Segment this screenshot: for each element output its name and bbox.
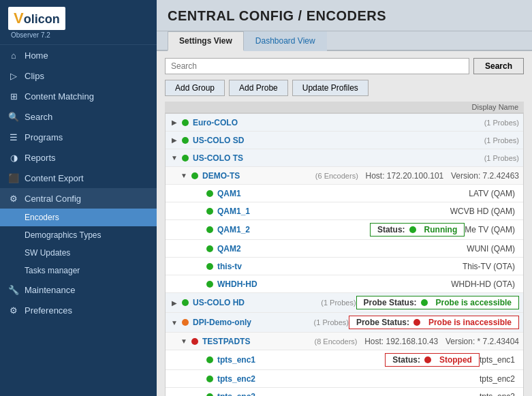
sidebar: Volicon Observer 7.2 ⌂ Home ▷ Clips ⊞ Co… <box>0 0 157 396</box>
expand-us-colo-hd[interactable]: ▶ <box>170 298 179 307</box>
subgroup-testpadts-count: (8 Encoders) <box>315 337 358 346</box>
probe-status-label-accessible: Probe Status: <box>364 298 417 307</box>
sidebar-sub-sw-updates[interactable]: SW Updates <box>0 244 157 262</box>
table-header: Display Name <box>165 102 524 113</box>
expand-euro-colo[interactable]: ▶ <box>170 118 179 127</box>
sidebar-item-clips[interactable]: ▷ Clips <box>0 65 157 86</box>
dot-probe-inaccessible <box>413 319 420 326</box>
expand-testpadts[interactable]: ▼ <box>179 337 189 346</box>
encoder-qam1-1-name: QAM1_1 <box>217 207 450 216</box>
encoder-qam1-2: QAM1_2 Status: Running Me TV (QAM) <box>166 220 523 240</box>
sidebar-sub-tasks-manager[interactable]: Tasks manager <box>0 262 157 279</box>
encoder-whdh-hd-display: WHDH-HD (OTA) <box>451 279 519 289</box>
expand-us-colo-sd[interactable]: ▶ <box>170 136 179 145</box>
sidebar-item-programs[interactable]: ☰ Programs <box>0 127 157 147</box>
sidebar-sub-encoders[interactable]: Encoders <box>0 209 157 226</box>
encoder-qam1-2-display: Me TV (QAM) <box>465 225 519 234</box>
encoder-tpts-enc1-name: tpts_enc1 <box>217 355 377 365</box>
sidebar-label-search: Search <box>25 112 52 122</box>
search-button[interactable]: Search <box>473 58 524 74</box>
tab-settings[interactable]: Settings View <box>168 31 244 51</box>
expand-us-colo-ts[interactable]: ▼ <box>170 153 179 163</box>
subgroup-demo-ts: ▼ DEMO-TS (6 Encoders) Host: 172.20.100.… <box>166 167 523 185</box>
sidebar-sub-demographics-types[interactable]: Demographics Types <box>0 226 157 244</box>
magnifier-icon: 🔍 <box>8 111 19 122</box>
probe-status-value-inaccessible: Probe is inaccessible <box>428 318 512 327</box>
dot-us-colo-hd <box>182 299 189 306</box>
status-box-running: Status: Running <box>370 223 465 237</box>
tab-dashboard[interactable]: Dashboard View <box>244 31 327 51</box>
group-dpi-demo: ▼ DPI-Demo-only (1 Probes) Probe Status:… <box>166 313 523 333</box>
sidebar-item-home[interactable]: ⌂ Home <box>0 45 157 65</box>
expand-demo-ts[interactable]: ▼ <box>179 171 189 181</box>
dot-euro-colo <box>182 119 189 126</box>
group-euro-colo-name: Euro-COLO <box>193 118 479 127</box>
group-us-colo-sd-name: US-COLO SD <box>193 136 479 145</box>
add-group-button[interactable]: Add Group <box>165 80 225 96</box>
sidebar-sub-demographics-types-label: Demographics Types <box>25 230 101 240</box>
expand-dpi-demo[interactable]: ▼ <box>170 318 179 327</box>
encoder-tpts-enc3-display: tpts_enc3 <box>480 392 519 396</box>
dot-tpts-enc2 <box>206 376 213 382</box>
group-dpi-demo-name: DPI-Demo-only <box>193 318 309 327</box>
encoder-tpts-enc2-name: tpts_enc2 <box>217 374 480 384</box>
encoder-tpts-enc3-name: tpts_enc3 <box>217 392 480 396</box>
search-input[interactable] <box>165 58 469 74</box>
chart-icon: ◑ <box>8 152 19 163</box>
sidebar-item-central-config[interactable]: ⚙ Central Config <box>0 188 157 209</box>
logo-tagline: Observer 7.2 <box>8 31 148 39</box>
encoder-qam2-display: WUNI (QAM) <box>467 244 519 254</box>
wrench-icon: 🔧 <box>8 284 19 295</box>
sidebar-label-clips: Clips <box>25 71 44 81</box>
sidebar-item-maintenance[interactable]: 🔧 Maintenance <box>0 279 157 300</box>
subgroup-demo-ts-name: DEMO-TS <box>202 171 310 181</box>
sidebar-item-content-export[interactable]: ⬛ Content Export <box>0 168 157 188</box>
sliders-icon: ⚙ <box>8 305 19 316</box>
sidebar-item-search[interactable]: 🔍 Search <box>0 106 157 127</box>
sidebar-sub-sw-updates-label: SW Updates <box>25 248 70 258</box>
encoder-tree: ▶ Euro-COLO (1 Probes) ▶ US-COLO SD (1 P… <box>165 113 524 396</box>
list-icon: ☰ <box>8 132 19 142</box>
group-euro-colo-probes: (1 Probes) <box>484 119 519 127</box>
encoder-tpts-enc2: tpts_enc2 tpts_enc2 <box>166 370 523 388</box>
encoder-this-tv-name: this-tv <box>217 262 463 271</box>
sidebar-label-programs: Programs <box>25 132 63 142</box>
add-probe-button[interactable]: Add Probe <box>229 80 288 96</box>
sidebar-label-reports: Reports <box>25 153 56 163</box>
group-us-colo-sd: ▶ US-COLO SD (1 Probes) <box>166 132 523 149</box>
subgroup-testpadts-version: Version: * 7.2.43404 <box>441 337 519 346</box>
page-header: CENTRAL CONFIG / ENCODERS <box>157 0 532 31</box>
encoder-qam1-2-name: QAM1_2 <box>217 225 362 234</box>
home-icon: ⌂ <box>8 50 19 61</box>
page-title-prefix: CENTRAL CONFIG / <box>168 8 307 23</box>
page-title-main: ENCODERS <box>307 8 386 23</box>
search-bar: Search <box>165 58 524 74</box>
encoder-qam1-1: QAM1_1 WCVB HD (QAM) <box>166 202 523 220</box>
logo-v: V <box>14 10 24 27</box>
probe-status-label-inaccessible: Probe Status: <box>356 318 409 327</box>
sidebar-item-reports[interactable]: ◑ Reports <box>0 147 157 168</box>
status-label-running: Status: <box>377 225 405 234</box>
logo-area: Volicon Observer 7.2 <box>0 0 157 45</box>
subgroup-demo-ts-host: Host: 172.20.100.101 <box>361 171 443 181</box>
dot-tpts-enc3 <box>206 393 213 396</box>
dot-dpi-demo <box>182 319 189 326</box>
encoder-qam1-1-display: WCVB HD (QAM) <box>450 207 519 216</box>
group-dpi-demo-probes: (1 Probes) <box>314 318 349 326</box>
update-profiles-button[interactable]: Update Profiles <box>292 80 369 96</box>
sidebar-item-content-matching[interactable]: ⊞ Content Matching <box>0 86 157 106</box>
probe-status-accessible: Probe Status: Probe is accessible <box>356 296 519 309</box>
encoder-qam1-display: LATV (QAM) <box>469 189 519 198</box>
group-us-colo-ts: ▼ US-COLO TS (1 Probes) <box>166 149 523 167</box>
dot-tpts-enc1 <box>206 356 213 363</box>
action-buttons: Add Group Add Probe Update Profiles <box>165 80 524 96</box>
encoder-tpts-enc3: tpts_enc3 tpts_enc3 <box>166 388 523 396</box>
sidebar-item-preferences[interactable]: ⚙ Preferences <box>0 300 157 320</box>
group-euro-colo: ▶ Euro-COLO (1 Probes) <box>166 114 523 132</box>
sidebar-label-preferences: Preferences <box>25 305 72 316</box>
subgroup-testpadts: ▼ TESTPADTS (8 Encoders) Host: 192.168.1… <box>166 333 523 350</box>
gear-icon: ⚙ <box>8 193 19 204</box>
sidebar-label-maintenance: Maintenance <box>25 285 75 295</box>
page-title: CENTRAL CONFIG / ENCODERS <box>168 8 521 24</box>
grid-icon: ⊞ <box>8 91 19 102</box>
